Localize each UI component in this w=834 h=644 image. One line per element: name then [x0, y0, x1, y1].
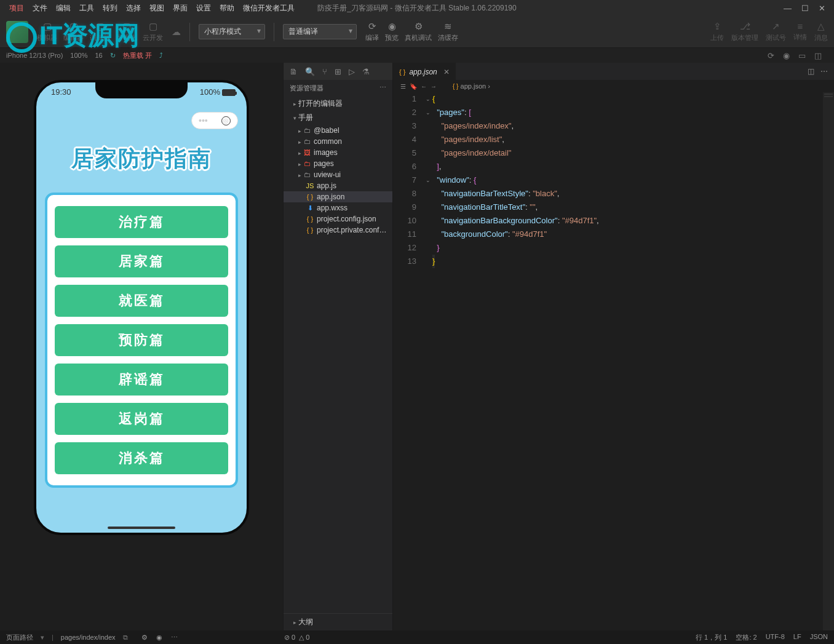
- window-minimize[interactable]: —: [784, 4, 792, 13]
- tb-调试器[interactable]: ▢调试器: [90, 21, 110, 42]
- explorer-icon[interactable]: 🗎: [290, 67, 298, 76]
- device-zoom[interactable]: 100%: [70, 52, 87, 59]
- tb-编辑器[interactable]: ▢编辑器: [63, 21, 84, 42]
- category-button[interactable]: 就医篇: [55, 285, 228, 317]
- menu-0[interactable]: 项目: [5, 3, 28, 14]
- tb-模拟器[interactable]: ▢模拟器: [37, 21, 57, 42]
- menu-9[interactable]: 帮助: [215, 3, 239, 14]
- window-close[interactable]: ✕: [819, 4, 825, 13]
- dev-icon-1[interactable]: ◉: [783, 51, 790, 60]
- warnings-count[interactable]: △ 0: [299, 634, 309, 642]
- category-button[interactable]: 辟谣篇: [55, 364, 228, 396]
- statusbar: 页面路径▾| pages/index/index ⧉ ⚙ ◉ ⋯ ⊘ 0 △ 0…: [0, 630, 834, 644]
- page-path[interactable]: pages/index/index: [61, 634, 116, 641]
- file-uview-ui[interactable]: ▸🗀uview-ui: [284, 169, 392, 180]
- right-详情[interactable]: ≡详情: [793, 21, 807, 42]
- action-编译[interactable]: ⟳编译: [365, 21, 379, 42]
- app-title: 居家防护指南: [36, 144, 247, 174]
- action-真机调试[interactable]: ⚙真机调试: [405, 21, 432, 42]
- category-button[interactable]: 预防篇: [55, 324, 228, 356]
- sb-LF[interactable]: LF: [793, 633, 801, 642]
- editor-more-icon[interactable]: ⋯: [820, 67, 828, 76]
- menu-4[interactable]: 转到: [98, 3, 122, 14]
- device-name[interactable]: iPhone 12/13 (Pro): [6, 52, 63, 59]
- outline-section[interactable]: 大纲: [284, 613, 392, 630]
- file-app.wxss[interactable]: ⬇app.wxss: [284, 202, 392, 213]
- code-editor[interactable]: 12345678910111213 ⌄⌄⌄ { "pages": [ "page…: [393, 92, 834, 630]
- file-app.js[interactable]: JSapp.js: [284, 180, 392, 191]
- category-button[interactable]: 居家篇: [55, 245, 228, 277]
- cloud-dev-icon[interactable]: ☁: [172, 26, 181, 38]
- device-bar: iPhone 12/13 (Pro) 100% 16 ↻ 热重载 开 ⤴ ⟳◉▭…: [0, 48, 834, 63]
- right-测试号[interactable]: ↗测试号: [766, 21, 786, 42]
- page-path-label[interactable]: 页面路径: [6, 633, 33, 642]
- menu-5[interactable]: 选择: [122, 3, 145, 14]
- sb-UTF-8[interactable]: UTF-8: [766, 633, 785, 642]
- sb-JSON[interactable]: JSON: [810, 633, 828, 642]
- copy-path-icon[interactable]: ⧉: [123, 634, 128, 642]
- file-project.private.config.js...[interactable]: { }project.private.config.js...: [284, 225, 392, 236]
- branch-icon[interactable]: ⑂: [322, 67, 327, 76]
- window-title: 防疫手册_刀客源码网 - 微信开发者工具 Stable 1.06.2209190: [317, 3, 516, 14]
- sb-行 1，列 1[interactable]: 行 1，列 1: [696, 633, 727, 642]
- tb-云开发[interactable]: ▢云开发: [143, 21, 163, 42]
- file-pages[interactable]: ▸🗀pages: [284, 158, 392, 169]
- right-消息[interactable]: △消息: [814, 21, 828, 42]
- debug-icon[interactable]: ▷: [349, 67, 355, 76]
- titlebar: 项目文件编辑工具转到选择视图界面设置帮助微信开发者工具 防疫手册_刀客源码网 -…: [0, 0, 834, 16]
- category-button[interactable]: 治疗篇: [55, 206, 228, 238]
- project-section[interactable]: 手册: [284, 111, 392, 125]
- close-tab-icon[interactable]: ✕: [443, 68, 450, 76]
- file-project.config.json[interactable]: { }project.config.json: [284, 213, 392, 225]
- capsule-button[interactable]: •••◎: [191, 112, 238, 129]
- editor-tab[interactable]: { }app.json✕: [393, 63, 456, 80]
- open-editors-section[interactable]: 打开的编辑器: [284, 97, 392, 111]
- explorer-more-icon[interactable]: ⋯: [379, 84, 386, 93]
- dev-icon-0[interactable]: ⟳: [768, 51, 774, 60]
- menu-10[interactable]: 微信开发者工具: [239, 3, 299, 14]
- tb-可视化[interactable]: ▢可视化: [116, 21, 137, 42]
- editor-pane: { }app.json✕ ◫⋯ ☰🔖←→ { } app.json › 1234…: [392, 63, 834, 630]
- status-battery: 100%: [200, 87, 236, 97]
- toolbar: ▢模拟器▢编辑器▢调试器▢可视化▢云开发 ☁ 小程序模式 普通编译 ⟳编译◉预览…: [0, 16, 834, 48]
- menu-1[interactable]: 文件: [28, 3, 52, 14]
- menu-3[interactable]: 工具: [75, 3, 98, 14]
- search-icon[interactable]: 🔍: [305, 67, 315, 76]
- category-button[interactable]: 返岗篇: [55, 403, 228, 435]
- file-@babel[interactable]: ▸🗀@babel: [284, 125, 392, 136]
- device-font[interactable]: 16: [95, 52, 102, 59]
- explorer-title: 资源管理器: [290, 84, 324, 93]
- action-清缓存[interactable]: ≋清缓存: [438, 21, 458, 42]
- right-上传[interactable]: ⇪上传: [710, 21, 724, 42]
- menu-6[interactable]: 视图: [145, 3, 169, 14]
- breadcrumb[interactable]: ☰🔖←→ { } app.json ›: [393, 80, 834, 92]
- file-common[interactable]: ▸🗀common: [284, 136, 392, 147]
- user-avatar[interactable]: [6, 21, 28, 43]
- dev-icon-3[interactable]: ◫: [814, 51, 822, 60]
- dev-icon-2[interactable]: ▭: [798, 51, 806, 60]
- menu-8[interactable]: 设置: [192, 3, 215, 14]
- sim-settings-icon[interactable]: ⚙: [141, 634, 148, 642]
- file-app.json[interactable]: { }app.json: [284, 191, 392, 202]
- phone-notch: [95, 82, 188, 98]
- category-button[interactable]: 消杀篇: [55, 442, 228, 474]
- errors-count[interactable]: ⊘ 0: [284, 634, 295, 642]
- file-images[interactable]: ▸🖼images: [284, 147, 392, 158]
- status-time: 19:30: [51, 87, 71, 97]
- simulator-pane: 19:30 100% •••◎ 居家防护指南 治疗篇居家篇就医篇预防篇辟谣篇返岗…: [0, 63, 283, 630]
- sb-空格: 2[interactable]: 空格: 2: [736, 633, 757, 642]
- window-maximize[interactable]: ☐: [801, 4, 809, 13]
- menu-7[interactable]: 界面: [169, 3, 192, 14]
- action-预览[interactable]: ◉预览: [385, 21, 399, 42]
- ext-icon[interactable]: ⊞: [335, 67, 341, 76]
- minimap[interactable]: [823, 92, 834, 630]
- compile-select[interactable]: 普通编译: [283, 24, 357, 39]
- mode-select[interactable]: 小程序模式: [199, 24, 265, 39]
- menu-2[interactable]: 编辑: [52, 3, 75, 14]
- split-editor-icon[interactable]: ◫: [808, 67, 814, 76]
- scene-icon[interactable]: ⚗: [362, 67, 370, 76]
- right-版本管理[interactable]: ⎇版本管理: [731, 21, 758, 42]
- sim-eye-icon[interactable]: ◉: [156, 634, 162, 642]
- sim-more-icon[interactable]: ⋯: [171, 634, 178, 642]
- hot-reload[interactable]: 热重载 开: [123, 51, 152, 60]
